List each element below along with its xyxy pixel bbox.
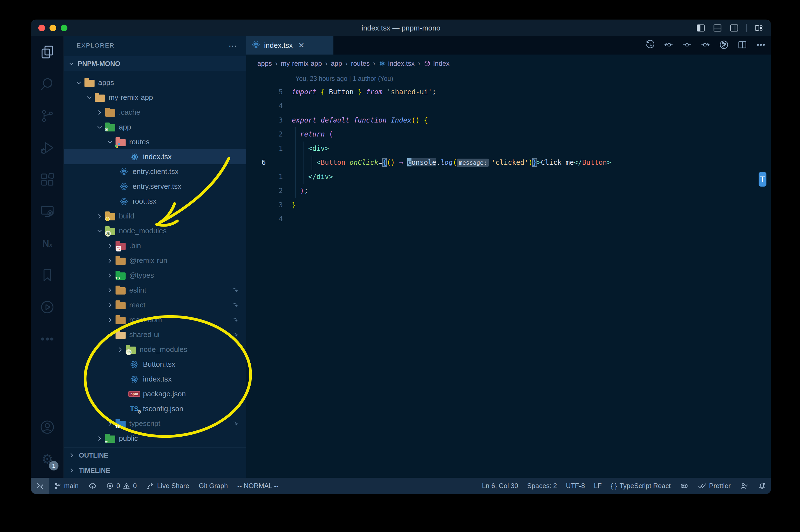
line-number[interactable]: 4 — [246, 102, 292, 110]
workspace-section-header[interactable]: PNPM-MONO — [64, 56, 246, 71]
prev-change-icon[interactable] — [664, 40, 673, 51]
line-number[interactable]: 1 — [246, 173, 292, 181]
explorer-icon[interactable] — [31, 36, 63, 68]
tree-item-react-dom[interactable]: react-dom — [64, 312, 246, 327]
code-editor[interactable]: You, 23 hours ago | 1 author (You) 5impo… — [246, 73, 771, 478]
tree-item-my-remix-app[interactable]: my-remix-app — [64, 90, 246, 105]
tree-item-typescript[interactable]: TStypescript — [64, 416, 246, 431]
line-number[interactable]: 3 — [246, 201, 292, 209]
line-number[interactable]: 6 — [246, 158, 292, 167]
tree-item-.cache[interactable]: .cache — [64, 105, 246, 120]
tree-item-index.tsx[interactable]: index.tsx — [64, 372, 246, 386]
status-prettier[interactable]: Prettier — [693, 478, 735, 494]
tree-item-root.tsx[interactable]: root.tsx — [64, 194, 246, 209]
breadcrumb-item-app[interactable]: app — [331, 60, 342, 68]
code-line[interactable]: 1 <div> — [246, 141, 771, 155]
code-line[interactable]: 2 ); — [246, 184, 771, 198]
minimize-window-button[interactable] — [50, 25, 56, 31]
line-number[interactable]: 4 — [246, 215, 292, 223]
run-debug-icon[interactable] — [31, 132, 63, 164]
bell-icon[interactable] — [753, 478, 771, 494]
breadcrumb-item-my-remix-app[interactable]: my-remix-app — [281, 60, 322, 68]
status-0[interactable]: 00 — [101, 478, 141, 494]
status-git-graph[interactable]: Git Graph — [194, 478, 233, 494]
status-spaces-2[interactable]: Spaces: 2 — [522, 478, 561, 494]
code-line[interactable]: 6 <Button onClick={() ⇒ console.log(mess… — [246, 155, 771, 170]
search-icon[interactable] — [31, 68, 63, 100]
line-number[interactable]: 5 — [246, 88, 292, 96]
toggle-sidebar-icon[interactable] — [696, 23, 705, 33]
toggle-blame-icon[interactable] — [682, 40, 692, 51]
tree-item-node_modules[interactable]: JSnode_modules — [64, 342, 246, 357]
status-typescript-react[interactable]: { }TypeScript React — [606, 478, 675, 494]
code-line[interactable]: 2 return ( — [246, 127, 771, 141]
status-main[interactable]: main — [49, 478, 83, 494]
status--normal-[interactable]: -- NORMAL -- — [233, 478, 283, 494]
breadcrumb-item-Index[interactable]: Index — [423, 60, 450, 68]
code-line[interactable]: 4 — [246, 212, 771, 226]
status-live-share[interactable]: Live Share — [141, 478, 194, 494]
tree-item-build[interactable]: build — [64, 209, 246, 224]
toggle-secondary-sidebar-icon[interactable] — [729, 23, 739, 33]
remote-icon[interactable] — [31, 478, 49, 494]
tree-item-index.tsx[interactable]: index.tsx — [64, 149, 246, 164]
line-number[interactable]: 1 — [246, 144, 292, 152]
line-number[interactable]: 3 — [246, 116, 292, 124]
code-line[interactable]: 1 </div> — [246, 170, 771, 184]
status-lf[interactable]: LF — [589, 478, 606, 494]
code-line[interactable]: 3} — [246, 198, 771, 212]
tree-item-@remix-run[interactable]: @remix-run — [64, 253, 246, 268]
tree-item-.bin[interactable]: 0110.bin — [64, 238, 246, 253]
tree-item-entry.server.tsx[interactable]: entry.server.tsx — [64, 179, 246, 194]
nx-console-icon[interactable]: Nx — [31, 227, 63, 259]
tree-item-routes[interactable]: routes — [64, 135, 246, 149]
explorer-more-icon[interactable]: ⋯ — [229, 41, 237, 51]
tree-item-public[interactable]: ●●public — [64, 431, 246, 446]
close-tab-icon[interactable]: ✕ — [299, 41, 305, 50]
status-ln-6-col-30[interactable]: Ln 6, Col 30 — [477, 478, 522, 494]
editor-overlay-badge[interactable]: T — [759, 172, 766, 187]
bookmarks-icon[interactable] — [31, 259, 63, 291]
breadcrumb-item-apps[interactable]: apps — [258, 60, 272, 68]
cloud-upload-icon[interactable] — [83, 478, 101, 494]
tree-item-@types[interactable]: TS@types — [64, 268, 246, 283]
split-editor-icon[interactable] — [737, 40, 747, 51]
settings-gear-icon[interactable]: ⚙1 — [31, 443, 63, 475]
more-icon[interactable] — [31, 323, 63, 355]
remote-explorer-icon[interactable] — [31, 195, 63, 227]
extensions-icon[interactable] — [31, 164, 63, 195]
tree-item-app[interactable]: ⚙app — [64, 120, 246, 135]
close-window-button[interactable] — [38, 25, 45, 31]
tree-item-eslint[interactable]: eslint — [64, 283, 246, 298]
line-number[interactable]: 2 — [246, 187, 292, 195]
source-control-icon[interactable] — [31, 100, 63, 132]
zoom-window-button[interactable] — [61, 25, 68, 31]
tree-item-tsconfig.json[interactable]: TS⚙tsconfig.json — [64, 401, 246, 416]
code-line[interactable]: 5import { Button } from 'shared-ui'; — [246, 85, 771, 99]
person-check-icon[interactable] — [735, 478, 753, 494]
tree-item-entry.client.tsx[interactable]: entry.client.tsx — [64, 164, 246, 179]
tree-item-apps[interactable]: apps — [64, 75, 246, 90]
breadcrumb-item-routes[interactable]: routes — [351, 60, 370, 68]
code-runner-icon[interactable] — [31, 291, 63, 323]
toggle-panel-icon[interactable] — [713, 23, 722, 33]
copilot-icon[interactable] — [675, 478, 693, 494]
commit-graph-icon[interactable] — [719, 40, 729, 51]
tree-item-package.json[interactable]: npmpackage.json — [64, 386, 246, 401]
customize-layout-icon[interactable] — [754, 23, 764, 33]
panel-header-timeline[interactable]: TIMELINE — [64, 463, 246, 478]
tree-item-Button.tsx[interactable]: Button.tsx — [64, 357, 246, 372]
code-line[interactable]: 3export default function Index() { — [246, 113, 771, 127]
accounts-icon[interactable] — [31, 411, 63, 443]
breadcrumb-item-index.tsx[interactable]: index.tsx — [379, 60, 415, 68]
tree-item-react[interactable]: react — [64, 298, 246, 312]
line-number[interactable]: 2 — [246, 130, 292, 138]
tree-item-shared-ui[interactable]: shared-ui — [64, 327, 246, 342]
code-line[interactable]: 4 — [246, 99, 771, 113]
status-utf-8[interactable]: UTF-8 — [561, 478, 589, 494]
next-change-icon[interactable] — [700, 40, 710, 51]
history-icon[interactable] — [645, 40, 655, 51]
tab-index-tsx[interactable]: index.tsx ✕ — [246, 36, 334, 55]
tree-item-node_modules[interactable]: JSnode_modules — [64, 224, 246, 238]
panel-header-outline[interactable]: OUTLINE — [64, 448, 246, 463]
